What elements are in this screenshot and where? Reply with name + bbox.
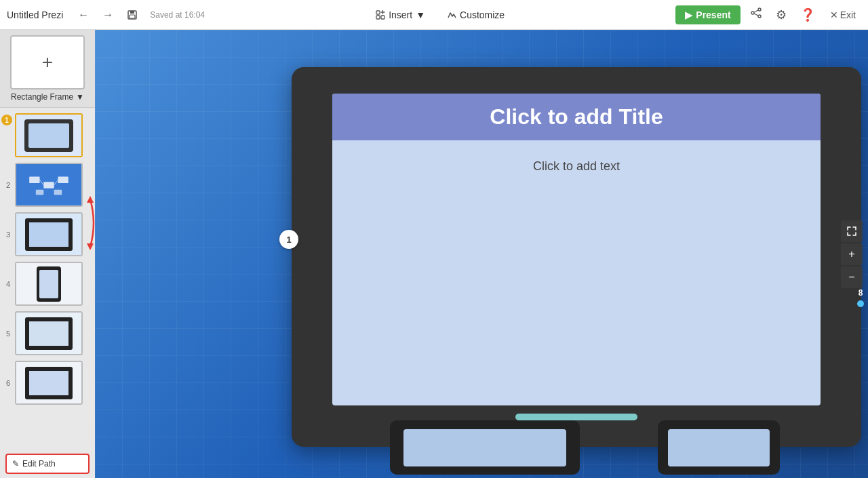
template-chevron-icon[interactable]: ▼ [76,92,84,102]
path-indicator: 8 [857,288,864,307]
svg-rect-4 [376,16,380,19]
slide-thumb-5 [15,311,83,355]
slide-thumb-2 [15,163,83,207]
svg-point-8 [758,15,761,18]
svg-rect-12 [29,177,39,184]
edit-path-label: Edit Path [22,459,56,469]
thumb6-screen [29,371,68,395]
slides-list: 1 2 [0,108,95,450]
template-selector: + Rectangle Frame ▼ [0,30,95,108]
slide-title-bar[interactable]: Click to add Title [332,94,821,140]
redo-button[interactable]: → [98,6,117,24]
laptop-screen[interactable]: Click to add Title Click to add text [332,94,821,405]
thumb5-screen [29,321,68,346]
exit-label: Exit [840,9,856,20]
share-button[interactable] [746,4,766,25]
svg-rect-14 [58,177,68,184]
slide-num-5: 5 [4,330,12,338]
thumb2-network-svg [16,163,81,207]
slide-num-4: 4 [4,280,12,288]
exit-button[interactable]: ✕ Exit [825,7,861,23]
zoom-home-button[interactable] [841,220,863,242]
insert-button[interactable]: Insert ▼ [370,7,431,23]
bottom-right-screen [668,429,770,466]
slide-thumb-inner-1 [16,115,81,156]
svg-line-10 [754,14,758,16]
topbar: Untitled Prezi ← → Saved at 16:04 Insert… [0,0,868,30]
insert-label: Insert [389,9,412,20]
thumb3-screen [29,222,68,247]
svg-point-7 [751,12,754,14]
slide-thumb-inner-6 [16,362,81,403]
slide-item-2[interactable]: 2 [0,160,95,210]
zoom-out-button[interactable]: − [841,266,863,288]
template-label-row: Rectangle Frame ▼ [11,92,84,102]
bottom-device-right[interactable] [658,420,780,475]
slide-thumb-inner-3 [16,214,81,255]
slide-item-5[interactable]: 5 [0,308,95,358]
thumb4-tablet [37,266,61,302]
svg-marker-19 [87,243,94,250]
pencil-icon: ✎ [12,459,19,469]
edit-path-button[interactable]: ✎ Edit Path [5,454,90,474]
settings-button[interactable]: ⚙ [772,5,791,25]
zoom-controls: + − [841,220,863,288]
topbar-right: ▶ Present ⚙ ❓ ✕ Exit [675,4,861,25]
slide-item-6[interactable]: 6 [0,358,95,407]
save-status: Saved at 16:04 [150,10,205,20]
slide-title: Click to add Title [490,104,663,129]
slide-thumb-inner-5 [16,313,81,354]
slide-item-1[interactable]: 1 [0,111,95,160]
path-dot [857,300,864,307]
svg-rect-2 [130,15,135,18]
slide-thumb-1 [15,113,83,157]
canvas-slide-number: 1 [279,230,298,249]
present-button[interactable]: ▶ Present [675,5,740,24]
laptop-frame: Click to add Title Click to add text [292,67,861,447]
path-number: 8 [859,288,863,298]
slide-badge-1: 1 [1,115,12,125]
svg-line-9 [754,10,758,12]
thumb4-screen [39,270,58,298]
svg-point-6 [758,8,761,11]
slide-thumb-4 [15,262,83,306]
slide-thumb-6 [15,361,83,405]
topbar-center: Insert ▼ Customize [370,7,510,23]
main-device[interactable]: Click to add Title Click to add text [292,67,861,447]
bottom-device-left[interactable] [390,420,580,475]
svg-rect-13 [43,182,54,188]
app-title: Untitled Prezi [7,9,63,20]
laptop-bottom-bar [515,414,637,420]
save-button[interactable] [123,7,142,23]
thumb6-laptop [25,367,73,399]
thumb5-laptop [25,317,73,350]
slide-thumb-inner-4 [16,263,81,304]
slide-thumb-3 [15,212,83,256]
slide-thumb-inner-2 [16,164,81,205]
thumb1-device [24,119,73,152]
slide-num-2: 2 [4,181,12,189]
slide-body: Click to add text [332,154,821,179]
slide-item-4[interactable]: 4 [0,259,95,308]
present-label: Present [696,9,730,20]
svg-rect-1 [130,11,134,14]
svg-rect-18 [54,190,62,195]
customize-label: Customize [460,9,505,20]
slide-item-3[interactable]: 3 ⋮ [0,210,95,259]
svg-rect-17 [36,190,44,195]
bottom-left-screen [403,429,566,466]
svg-rect-3 [376,11,380,14]
template-name: Rectangle Frame [11,92,73,102]
thumb3-laptop [25,218,73,251]
canvas-area[interactable]: 1 Click to add Title Click to add text [95,30,868,478]
main-layout: + Rectangle Frame ▼ 1 [0,30,868,478]
zoom-in-button[interactable]: + [841,243,863,265]
svg-rect-5 [381,16,384,19]
add-slide-thumb[interactable]: + [10,35,85,89]
sidebar: + Rectangle Frame ▼ 1 [0,30,95,478]
add-slide-icon: + [42,52,53,73]
customize-button[interactable]: Customize [441,7,510,23]
undo-button[interactable]: ← [74,6,93,24]
slide-num-3: 3 [4,231,12,239]
help-button[interactable]: ❓ [796,5,819,25]
